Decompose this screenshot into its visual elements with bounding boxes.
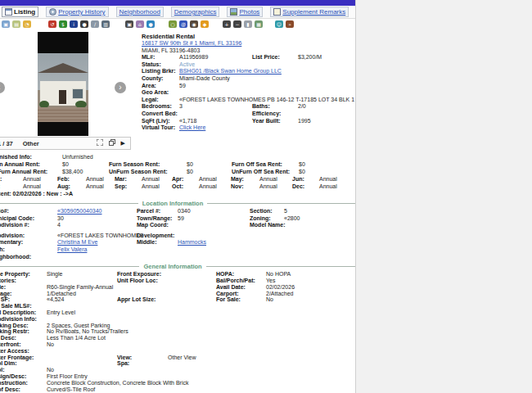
field-link[interactable]: Felix Valera xyxy=(57,246,137,254)
field-label: Furn Season Rent: xyxy=(109,160,187,168)
photos-tab-icon xyxy=(230,8,237,16)
tab-property-history[interactable]: Property History xyxy=(46,7,108,17)
refresh-icon[interactable]: ↺ xyxy=(48,20,56,28)
house-icon[interactable]: ⌂ xyxy=(136,20,144,28)
field-label: Status: xyxy=(142,61,179,69)
tab-listing[interactable]: Listing xyxy=(2,7,38,17)
field-value: 1995 xyxy=(298,118,322,125)
camera-icon[interactable]: ● xyxy=(80,20,88,28)
field-value: Annual xyxy=(86,183,115,190)
field-row: Subdivision:«FOREST LAKES TOWNHOMESDevel… xyxy=(0,233,355,240)
eye-icon[interactable]: ◉ xyxy=(190,20,198,28)
copy-photo-icon[interactable] xyxy=(109,139,115,147)
field-row: Lot SF:«4,524Appr Lot Size:For Sale:No xyxy=(0,296,355,303)
field-link[interactable]: Christina M Eve xyxy=(57,239,137,246)
field-value: Annual xyxy=(199,183,231,190)
field-label: For Sale: xyxy=(216,296,266,303)
clock-icon[interactable]: ◔ xyxy=(23,20,31,28)
remove-contact-icon[interactable]: − xyxy=(233,20,241,28)
field-value: «4,524 xyxy=(47,296,117,303)
tab-label: Property History xyxy=(58,7,105,16)
field-row: Parking Restr:No Rv/Boats, No Trucks/Tra… xyxy=(0,328,355,335)
field-value: First Floor Entry xyxy=(47,373,117,380)
field-link[interactable]: BSHG01 /Black Swan Home Group LLC xyxy=(179,68,252,75)
stats-icon[interactable]: ▥ xyxy=(101,20,110,28)
field-row: Jul:AnnualAug:AnnualSep:AnnualOct:Annual… xyxy=(0,183,355,190)
field-row: SqFt (Liv):«1,718Year Built:1995 xyxy=(142,118,322,125)
photo-frame-icon[interactable]: ▣ xyxy=(125,20,133,28)
house-door xyxy=(59,90,66,104)
tab-label: Listing xyxy=(14,7,35,16)
field-value: $0 xyxy=(187,168,232,175)
field-label: Unit Floor Loc: xyxy=(117,278,168,284)
listing-type-title: Residential Rental xyxy=(142,33,322,40)
field-value xyxy=(117,291,168,297)
stamp-icon[interactable]: » xyxy=(286,20,294,28)
gallery-icon[interactable]: ▤ xyxy=(12,20,20,28)
water-drop-icon[interactable]: ● xyxy=(147,20,155,28)
smiley-icon[interactable]: ☺ xyxy=(275,20,283,28)
listing-photo[interactable] xyxy=(38,32,88,136)
field-label: Year Built: xyxy=(252,118,298,125)
add-contact-icon[interactable]: + xyxy=(223,20,231,28)
globe-icon[interactable]: ○ xyxy=(169,20,177,28)
field-label: Baths: xyxy=(252,103,298,111)
field-value: Annual xyxy=(142,175,172,183)
field-row: High:Felix Valera xyxy=(0,246,355,254)
field-value xyxy=(168,284,216,291)
field-row: Legal:«FOREST LAKES TOWNHOMES PB 146-12 … xyxy=(142,97,322,104)
edit-icon[interactable]: / xyxy=(91,20,99,28)
field-value xyxy=(168,296,216,303)
photo-prev-button[interactable]: ‹ xyxy=(0,82,5,93)
address-link[interactable]: 16817 SW 90th St # 1 Miami, FL 33196 xyxy=(142,40,241,47)
field-value: 2/0 xyxy=(298,103,322,111)
compass-icon[interactable]: ◆ xyxy=(201,20,209,28)
field-link[interactable]: Click Here xyxy=(179,124,252,132)
tab-photos[interactable]: Photos xyxy=(227,7,263,17)
location-fields: Folio#:«3059050040340Parcel #:0340Sectio… xyxy=(0,208,355,260)
tab-demographics[interactable]: Demographics xyxy=(171,7,220,17)
field-label: View: xyxy=(117,355,168,361)
image-view-icon[interactable]: ▣ xyxy=(2,20,10,28)
field-label: Lot SF: xyxy=(0,296,47,303)
field-value xyxy=(47,316,117,323)
tab-label: Photos xyxy=(239,7,259,16)
field-value xyxy=(284,222,355,229)
mail-icon[interactable]: @ xyxy=(179,20,187,28)
field-value: R60-Single Family-Annual xyxy=(47,284,117,291)
field-value: 1/Detached xyxy=(47,291,117,297)
field-value: Other View xyxy=(168,355,216,361)
tab-supplement-remarks[interactable]: Supplement Remarks xyxy=(270,7,349,17)
field-label: Front Exposure: xyxy=(117,271,168,278)
field-row: County:Miami-Dade County xyxy=(142,75,322,83)
field-value xyxy=(47,348,117,355)
field-link[interactable]: «3059050040340 xyxy=(57,208,137,215)
field-value: Curved/S-Tile Roof xyxy=(47,386,117,393)
field-label: Zoning: xyxy=(250,215,284,223)
field-value: Entry Level xyxy=(47,309,117,316)
field-row: Status:Active xyxy=(142,61,322,69)
fullscreen-icon[interactable] xyxy=(97,139,103,147)
photo-next-button[interactable]: › xyxy=(115,82,126,93)
field-label: Efficiency: xyxy=(252,111,298,118)
field-value: Annual xyxy=(199,175,231,183)
house-photo-art xyxy=(38,53,88,122)
field-label: For Sale MLS#: xyxy=(0,303,47,309)
field-row: Bed Description:Entry Level xyxy=(0,309,355,316)
calculator-icon[interactable]: ▦ xyxy=(255,20,263,28)
field-value: Annual xyxy=(259,183,292,190)
dollar-icon[interactable]: $ xyxy=(59,20,67,28)
field-row: Neighborhood: xyxy=(0,254,355,261)
field-value: 59 xyxy=(178,215,250,223)
field-value: «2800 xyxy=(284,215,355,223)
tab-neighborhood[interactable]: Neighborhood xyxy=(116,7,164,17)
house-window xyxy=(72,88,83,99)
contact-card-icon[interactable]: ▮ xyxy=(244,20,252,28)
field-link[interactable]: Hammocks xyxy=(178,239,250,246)
slideshow-play-icon[interactable]: ▶ xyxy=(121,140,125,147)
info-icon[interactable]: i xyxy=(70,20,78,28)
field-label: Avail Date: xyxy=(216,284,266,291)
divider xyxy=(0,266,139,267)
house-roof xyxy=(38,63,88,73)
listing-tab-icon xyxy=(5,8,12,16)
